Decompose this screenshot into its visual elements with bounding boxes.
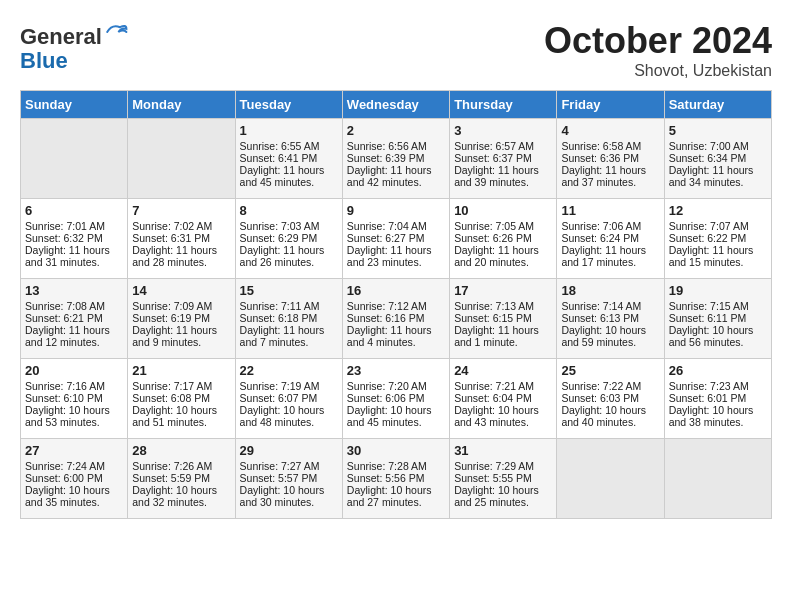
day-number: 11 bbox=[561, 203, 659, 218]
day-number: 22 bbox=[240, 363, 338, 378]
day-number: 23 bbox=[347, 363, 445, 378]
calendar-cell: 25Sunrise: 7:22 AMSunset: 6:03 PMDayligh… bbox=[557, 359, 664, 439]
day-number: 6 bbox=[25, 203, 123, 218]
day-info: Sunset: 6:15 PM bbox=[454, 312, 552, 324]
day-info: Sunset: 6:21 PM bbox=[25, 312, 123, 324]
day-info: Sunrise: 7:13 AM bbox=[454, 300, 552, 312]
weekday-header-cell: Monday bbox=[128, 91, 235, 119]
day-info: Daylight: 11 hours and 9 minutes. bbox=[132, 324, 230, 348]
calendar-cell: 27Sunrise: 7:24 AMSunset: 6:00 PMDayligh… bbox=[21, 439, 128, 519]
day-info: Sunset: 6:26 PM bbox=[454, 232, 552, 244]
calendar-cell: 8Sunrise: 7:03 AMSunset: 6:29 PMDaylight… bbox=[235, 199, 342, 279]
day-info: Sunset: 6:41 PM bbox=[240, 152, 338, 164]
day-info: Sunset: 6:36 PM bbox=[561, 152, 659, 164]
day-info: Sunset: 6:06 PM bbox=[347, 392, 445, 404]
day-info: Sunset: 6:34 PM bbox=[669, 152, 767, 164]
day-info: Sunrise: 7:05 AM bbox=[454, 220, 552, 232]
calendar-cell: 18Sunrise: 7:14 AMSunset: 6:13 PMDayligh… bbox=[557, 279, 664, 359]
day-number: 17 bbox=[454, 283, 552, 298]
day-info: Sunset: 6:01 PM bbox=[669, 392, 767, 404]
calendar-cell: 2Sunrise: 6:56 AMSunset: 6:39 PMDaylight… bbox=[342, 119, 449, 199]
day-info: Daylight: 11 hours and 23 minutes. bbox=[347, 244, 445, 268]
day-info: Sunrise: 7:22 AM bbox=[561, 380, 659, 392]
day-number: 13 bbox=[25, 283, 123, 298]
month-title: October 2024 bbox=[544, 20, 772, 62]
logo-general: General bbox=[20, 24, 102, 49]
calendar-cell bbox=[557, 439, 664, 519]
day-info: Daylight: 11 hours and 42 minutes. bbox=[347, 164, 445, 188]
day-info: Sunrise: 7:01 AM bbox=[25, 220, 123, 232]
day-info: Daylight: 11 hours and 17 minutes. bbox=[561, 244, 659, 268]
location-title: Shovot, Uzbekistan bbox=[544, 62, 772, 80]
calendar-cell: 3Sunrise: 6:57 AMSunset: 6:37 PMDaylight… bbox=[450, 119, 557, 199]
day-info: Daylight: 10 hours and 53 minutes. bbox=[25, 404, 123, 428]
calendar-cell: 29Sunrise: 7:27 AMSunset: 5:57 PMDayligh… bbox=[235, 439, 342, 519]
weekday-header-cell: Thursday bbox=[450, 91, 557, 119]
day-info: Sunrise: 7:29 AM bbox=[454, 460, 552, 472]
day-info: Sunset: 5:57 PM bbox=[240, 472, 338, 484]
day-info: Sunset: 6:22 PM bbox=[669, 232, 767, 244]
day-info: Sunset: 6:11 PM bbox=[669, 312, 767, 324]
day-number: 27 bbox=[25, 443, 123, 458]
calendar-week-row: 1Sunrise: 6:55 AMSunset: 6:41 PMDaylight… bbox=[21, 119, 772, 199]
day-number: 16 bbox=[347, 283, 445, 298]
calendar-cell: 21Sunrise: 7:17 AMSunset: 6:08 PMDayligh… bbox=[128, 359, 235, 439]
calendar-cell: 24Sunrise: 7:21 AMSunset: 6:04 PMDayligh… bbox=[450, 359, 557, 439]
day-info: Sunrise: 7:02 AM bbox=[132, 220, 230, 232]
day-info: Sunrise: 7:24 AM bbox=[25, 460, 123, 472]
day-info: Sunrise: 7:09 AM bbox=[132, 300, 230, 312]
day-info: Daylight: 11 hours and 34 minutes. bbox=[669, 164, 767, 188]
day-number: 21 bbox=[132, 363, 230, 378]
calendar-week-row: 27Sunrise: 7:24 AMSunset: 6:00 PMDayligh… bbox=[21, 439, 772, 519]
day-info: Daylight: 11 hours and 31 minutes. bbox=[25, 244, 123, 268]
day-info: Daylight: 10 hours and 32 minutes. bbox=[132, 484, 230, 508]
day-info: Sunset: 6:08 PM bbox=[132, 392, 230, 404]
calendar-cell: 28Sunrise: 7:26 AMSunset: 5:59 PMDayligh… bbox=[128, 439, 235, 519]
calendar-cell: 1Sunrise: 6:55 AMSunset: 6:41 PMDaylight… bbox=[235, 119, 342, 199]
calendar-cell: 9Sunrise: 7:04 AMSunset: 6:27 PMDaylight… bbox=[342, 199, 449, 279]
calendar-cell: 10Sunrise: 7:05 AMSunset: 6:26 PMDayligh… bbox=[450, 199, 557, 279]
day-info: Sunrise: 7:08 AM bbox=[25, 300, 123, 312]
day-number: 14 bbox=[132, 283, 230, 298]
calendar-cell: 23Sunrise: 7:20 AMSunset: 6:06 PMDayligh… bbox=[342, 359, 449, 439]
calendar-cell: 14Sunrise: 7:09 AMSunset: 6:19 PMDayligh… bbox=[128, 279, 235, 359]
day-info: Sunset: 6:29 PM bbox=[240, 232, 338, 244]
day-info: Daylight: 10 hours and 40 minutes. bbox=[561, 404, 659, 428]
day-info: Sunrise: 7:07 AM bbox=[669, 220, 767, 232]
calendar-cell: 11Sunrise: 7:06 AMSunset: 6:24 PMDayligh… bbox=[557, 199, 664, 279]
calendar-cell: 15Sunrise: 7:11 AMSunset: 6:18 PMDayligh… bbox=[235, 279, 342, 359]
day-info: Sunrise: 7:00 AM bbox=[669, 140, 767, 152]
day-number: 30 bbox=[347, 443, 445, 458]
day-info: Daylight: 11 hours and 45 minutes. bbox=[240, 164, 338, 188]
day-info: Sunrise: 7:19 AM bbox=[240, 380, 338, 392]
day-info: Sunset: 6:27 PM bbox=[347, 232, 445, 244]
day-info: Sunrise: 7:21 AM bbox=[454, 380, 552, 392]
day-number: 5 bbox=[669, 123, 767, 138]
calendar-cell: 17Sunrise: 7:13 AMSunset: 6:15 PMDayligh… bbox=[450, 279, 557, 359]
day-info: Daylight: 11 hours and 7 minutes. bbox=[240, 324, 338, 348]
day-info: Sunrise: 7:26 AM bbox=[132, 460, 230, 472]
day-info: Daylight: 10 hours and 59 minutes. bbox=[561, 324, 659, 348]
calendar-cell bbox=[664, 439, 771, 519]
weekday-header-cell: Saturday bbox=[664, 91, 771, 119]
calendar-week-row: 6Sunrise: 7:01 AMSunset: 6:32 PMDaylight… bbox=[21, 199, 772, 279]
day-info: Daylight: 11 hours and 37 minutes. bbox=[561, 164, 659, 188]
calendar-week-row: 13Sunrise: 7:08 AMSunset: 6:21 PMDayligh… bbox=[21, 279, 772, 359]
day-number: 4 bbox=[561, 123, 659, 138]
day-info: Daylight: 10 hours and 27 minutes. bbox=[347, 484, 445, 508]
day-info: Sunset: 6:16 PM bbox=[347, 312, 445, 324]
day-number: 26 bbox=[669, 363, 767, 378]
logo-text: General Blue bbox=[20, 20, 128, 73]
calendar-cell: 13Sunrise: 7:08 AMSunset: 6:21 PMDayligh… bbox=[21, 279, 128, 359]
day-info: Sunset: 6:03 PM bbox=[561, 392, 659, 404]
day-info: Sunset: 5:59 PM bbox=[132, 472, 230, 484]
calendar-week-row: 20Sunrise: 7:16 AMSunset: 6:10 PMDayligh… bbox=[21, 359, 772, 439]
day-info: Daylight: 10 hours and 43 minutes. bbox=[454, 404, 552, 428]
day-info: Daylight: 10 hours and 38 minutes. bbox=[669, 404, 767, 428]
day-info: Sunrise: 7:04 AM bbox=[347, 220, 445, 232]
weekday-header-row: SundayMondayTuesdayWednesdayThursdayFrid… bbox=[21, 91, 772, 119]
weekday-header-cell: Wednesday bbox=[342, 91, 449, 119]
calendar-cell: 6Sunrise: 7:01 AMSunset: 6:32 PMDaylight… bbox=[21, 199, 128, 279]
day-number: 24 bbox=[454, 363, 552, 378]
day-info: Daylight: 10 hours and 45 minutes. bbox=[347, 404, 445, 428]
